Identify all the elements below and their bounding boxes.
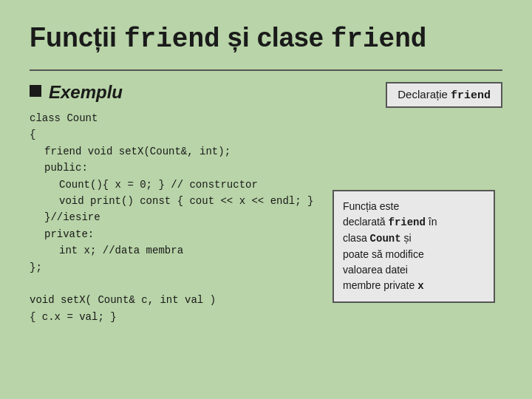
callout-line3: în bbox=[426, 216, 437, 228]
callout-box: Funcția este declarată friend în clasa C… bbox=[332, 190, 495, 303]
callout-line5: și bbox=[401, 232, 412, 244]
code-line-1: class Count bbox=[30, 110, 502, 126]
callout-code1: friend bbox=[388, 216, 425, 228]
callout-line2: declarată bbox=[343, 216, 388, 228]
declaratie-code: friend bbox=[451, 89, 491, 102]
callout-line8: membre private bbox=[343, 279, 417, 291]
title-text1: Funcții bbox=[30, 22, 124, 52]
slide: Funcții friend și clase friend Exemplu D… bbox=[0, 0, 532, 399]
bullet-icon bbox=[30, 85, 41, 97]
code-line-4: public: bbox=[30, 160, 502, 176]
callout-line4: clasa bbox=[343, 232, 370, 244]
callout-code2: Count bbox=[370, 233, 401, 245]
exemplu-label: Exemplu bbox=[49, 82, 123, 103]
divider bbox=[30, 69, 502, 71]
declaratie-box: Declarație friend bbox=[386, 82, 502, 108]
callout-line7: valoarea datei bbox=[343, 264, 408, 276]
slide-title: Funcții friend și clase friend bbox=[30, 22, 502, 55]
code-line-2: { bbox=[30, 126, 502, 143]
callout-line6: poate să modifice bbox=[343, 248, 424, 260]
code-line-12: { c.x = val; } bbox=[30, 309, 502, 325]
main-content: Exemplu Declarație friend class Count { … bbox=[30, 82, 502, 325]
callout-line1: Funcția este bbox=[343, 200, 399, 212]
code-line-3: friend void setX(Count&, int); bbox=[30, 143, 502, 160]
title-code1: friend bbox=[124, 24, 220, 55]
title-code2: friend bbox=[331, 24, 427, 55]
title-text2: și clase bbox=[220, 22, 331, 52]
exemplu-section: Exemplu Declarație friend bbox=[30, 82, 502, 103]
declaratie-text: Declarație bbox=[398, 88, 451, 100]
callout-code3: x bbox=[417, 280, 423, 292]
